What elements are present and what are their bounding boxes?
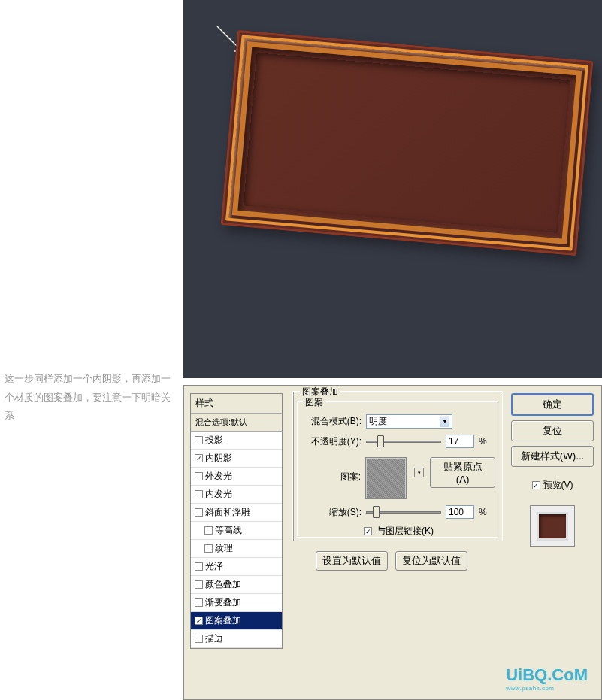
style-row-8[interactable]: 颜色叠加 xyxy=(191,576,282,594)
style-row-2[interactable]: 外发光 xyxy=(191,468,282,486)
style-checkbox[interactable] xyxy=(195,436,203,444)
style-label: 颜色叠加 xyxy=(205,578,278,591)
step-description: 这一步同样添加一个内阴影，再添加一个材质的图案叠加，要注意一下明暗关系 xyxy=(5,370,174,426)
link-layer-label: 与图层链接(K) xyxy=(377,525,434,538)
style-label: 投影 xyxy=(205,434,278,447)
blend-mode-label: 混合模式(B): xyxy=(301,415,362,428)
style-row-6[interactable]: 纹理 xyxy=(191,540,282,558)
chevron-down-icon: ▼ xyxy=(440,416,449,427)
style-label: 光泽 xyxy=(205,560,278,573)
style-checkbox[interactable]: ✓ xyxy=(195,617,203,625)
reset-default-button[interactable]: 复位为默认值 xyxy=(395,551,467,571)
style-label: 描边 xyxy=(205,632,278,645)
link-layer-checkbox[interactable]: ✓ xyxy=(364,527,372,535)
style-row-4[interactable]: 斜面和浮雕 xyxy=(191,504,282,522)
style-label: 斜面和浮雕 xyxy=(205,506,278,519)
opacity-slider[interactable] xyxy=(366,441,441,443)
pattern-section-label: 图案 xyxy=(303,396,325,409)
blend-mode-dropdown[interactable]: 明度 ▼ xyxy=(366,414,452,429)
slider-thumb[interactable] xyxy=(373,506,380,518)
scale-label: 缩放(S): xyxy=(301,506,362,519)
pattern-picker-arrow[interactable]: ▾ xyxy=(414,468,424,477)
scale-slider[interactable] xyxy=(366,511,441,514)
style-label: 纹理 xyxy=(215,542,278,555)
blend-mode-value: 明度 xyxy=(369,415,387,428)
canvas-preview: 光源 xyxy=(183,0,602,378)
styles-list: 样式 混合选项:默认 投影✓内阴影外发光内发光斜面和浮雕等高线纹理光泽颜色叠加渐… xyxy=(190,393,283,649)
styles-header[interactable]: 样式 xyxy=(191,394,282,414)
style-checkbox[interactable] xyxy=(195,508,203,517)
preview-label: 预览(V) xyxy=(543,479,573,492)
style-checkbox[interactable] xyxy=(195,472,203,480)
blending-options-header[interactable]: 混合选项:默认 xyxy=(191,414,282,432)
preview-checkbox[interactable]: ✓ xyxy=(532,481,540,489)
style-label: 等高线 xyxy=(215,524,278,537)
dialog-buttons: 确定 复位 新建样式(W)... ✓ 预览(V) xyxy=(511,393,594,547)
opacity-input[interactable]: 17 xyxy=(446,435,474,448)
new-style-button[interactable]: 新建样式(W)... xyxy=(511,446,594,467)
ok-button[interactable]: 确定 xyxy=(511,393,594,416)
pattern-label: 图案: xyxy=(301,471,361,483)
set-default-button[interactable]: 设置为默认值 xyxy=(316,551,388,571)
reset-button[interactable]: 复位 xyxy=(511,420,594,441)
style-label: 图案叠加 xyxy=(205,614,278,627)
watermark: UiBQ.CoM www.psahz.com xyxy=(506,665,588,692)
percent-label: % xyxy=(479,436,487,447)
style-checkbox[interactable] xyxy=(204,544,213,553)
style-checkbox[interactable] xyxy=(195,580,203,589)
style-checkbox[interactable] xyxy=(195,490,203,498)
style-label: 内发光 xyxy=(205,488,278,501)
scale-input[interactable]: 100 xyxy=(446,505,474,519)
style-checkbox[interactable] xyxy=(195,562,203,571)
style-checkbox[interactable] xyxy=(195,635,203,643)
style-label: 渐变叠加 xyxy=(205,596,278,609)
pattern-form: 混合模式(B): 明度 ▼ 不透明度(Y): 17 % 图案: ▾ 贴紧原点(A… xyxy=(301,408,495,544)
style-checkbox[interactable]: ✓ xyxy=(195,454,203,462)
frame-panel xyxy=(244,53,570,233)
style-row-9[interactable]: 渐变叠加 xyxy=(191,594,282,612)
preview-frame-icon xyxy=(537,512,568,541)
style-checkbox[interactable] xyxy=(204,526,213,535)
style-row-11[interactable]: 描边 xyxy=(191,630,282,648)
snap-origin-button[interactable]: 贴紧原点(A) xyxy=(430,457,495,488)
picture-frame xyxy=(221,30,594,256)
style-row-10[interactable]: ✓图案叠加 xyxy=(191,612,282,630)
layer-style-dialog: 样式 混合选项:默认 投影✓内阴影外发光内发光斜面和浮雕等高线纹理光泽颜色叠加渐… xyxy=(183,385,602,700)
percent-label: % xyxy=(479,507,487,517)
style-label: 内阴影 xyxy=(205,452,278,465)
pattern-swatch[interactable] xyxy=(365,457,407,499)
slider-thumb[interactable] xyxy=(377,435,384,447)
style-row-0[interactable]: 投影 xyxy=(191,432,282,450)
style-label: 外发光 xyxy=(205,470,278,483)
preview-thumbnail xyxy=(530,505,575,547)
style-checkbox[interactable] xyxy=(195,598,203,607)
style-row-5[interactable]: 等高线 xyxy=(191,522,282,540)
style-row-3[interactable]: 内发光 xyxy=(191,486,282,504)
style-row-7[interactable]: 光泽 xyxy=(191,558,282,576)
opacity-label: 不透明度(Y): xyxy=(301,435,362,448)
style-row-1[interactable]: ✓内阴影 xyxy=(191,450,282,468)
